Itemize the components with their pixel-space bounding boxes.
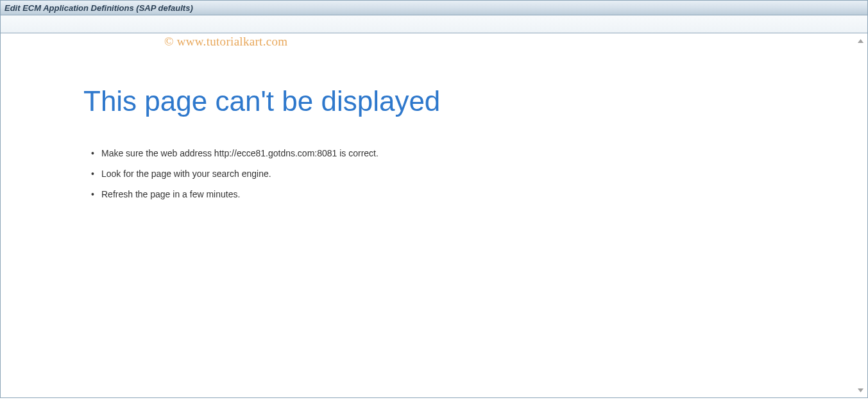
watermark-text: © www.tutorialkart.com <box>164 35 287 49</box>
content-area: © www.tutorialkart.com This page can't b… <box>0 33 868 398</box>
window-title-bar: Edit ECM Application Definitions (SAP de… <box>0 0 868 15</box>
window-title: Edit ECM Application Definitions (SAP de… <box>4 3 193 13</box>
error-suggestion-list: Make sure the web address http://ecce81.… <box>83 147 828 201</box>
error-suggestion-item: Refresh the page in a few minutes. <box>101 188 828 201</box>
scroll-down-arrow-icon[interactable] <box>856 386 865 394</box>
scroll-up-arrow-icon[interactable] <box>856 37 865 45</box>
error-content: This page can't be displayed Make sure t… <box>2 35 866 201</box>
toolbar <box>0 15 868 33</box>
error-page-viewport: This page can't be displayed Make sure t… <box>2 35 866 396</box>
error-heading: This page can't be displayed <box>83 86 828 117</box>
error-suggestion-item: Look for the page with your search engin… <box>101 168 828 181</box>
vertical-scrollbar[interactable] <box>855 35 866 396</box>
error-suggestion-item: Make sure the web address http://ecce81.… <box>101 147 828 160</box>
